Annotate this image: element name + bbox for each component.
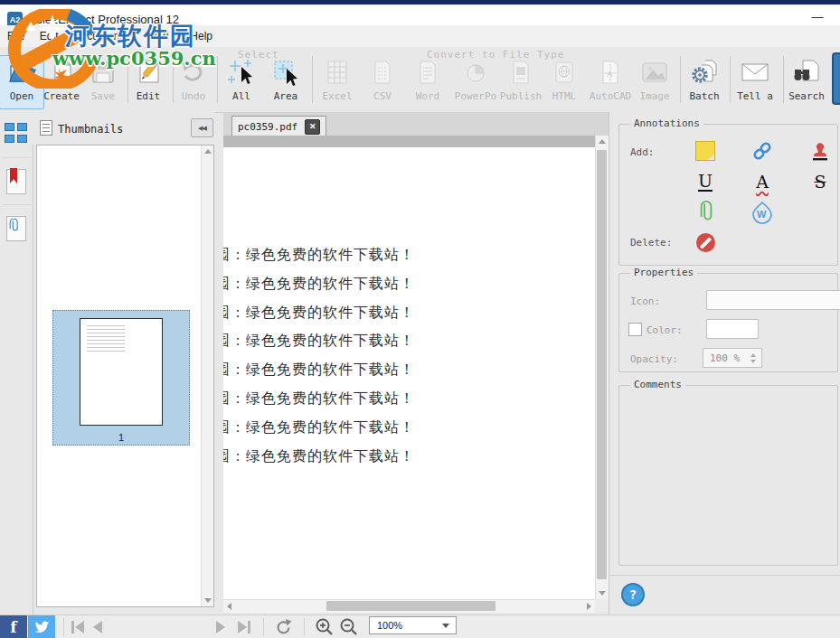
zoom-level-select[interactable]: 100%	[369, 616, 457, 634]
autocad-drawing-icon: A	[586, 56, 635, 89]
add-squiggly-button[interactable]: A	[750, 170, 774, 193]
toolbar-button-excel[interactable]: Excel	[316, 56, 359, 108]
toolbar-button-open[interactable]: Open	[0, 55, 44, 109]
squiggly-underline-icon: A	[756, 172, 769, 192]
save-floppy-icon	[81, 56, 125, 89]
attachments-tab[interactable]	[2, 204, 31, 252]
toolbar-button-edit[interactable]: Edit	[127, 56, 170, 108]
bookmark-icon	[6, 169, 26, 194]
delete-label: Delete:	[630, 237, 672, 249]
twitter-icon[interactable]	[28, 615, 55, 638]
batch-gear-icon	[683, 56, 726, 89]
thumbnails-list-icon	[40, 120, 52, 136]
csv-document-icon	[361, 56, 404, 89]
icon-select[interactable]	[706, 290, 840, 310]
sidebar-tab-strip	[0, 112, 33, 615]
menu-document[interactable]: Document	[68, 25, 128, 42]
annotations-group: Annotations Add: U A	[618, 124, 838, 266]
opacity-value: 100 %	[710, 352, 740, 364]
scroll-up-arrow[interactable]	[596, 136, 608, 147]
color-label: Color:	[647, 324, 683, 336]
close-tab-icon[interactable]: ✕	[305, 119, 320, 135]
document-tab-label: pc0359.pdf	[238, 121, 297, 133]
create-document-icon	[40, 56, 83, 89]
toolbar-overflow-button[interactable]	[832, 52, 840, 105]
opacity-spinner[interactable]: 100 %	[703, 348, 762, 368]
collapse-panel-button[interactable]: ◀◀	[191, 118, 213, 137]
toolbar-button-undo[interactable]: Undo	[172, 56, 215, 108]
add-strikeout-button[interactable]: S	[808, 170, 832, 193]
document-tab[interactable]: pc0359.pdf ✕	[231, 116, 326, 136]
undo-arrow-icon	[172, 56, 215, 89]
add-attachment-button[interactable]	[694, 201, 717, 224]
word-document-icon	[406, 56, 449, 89]
thumbnails-panel-title: Thumbnails	[58, 123, 123, 136]
toolbar-button-publisher[interactable]: Publish	[497, 56, 544, 108]
document-viewport[interactable]: 园：绿色免费的软件下载站！ 园：绿色免费的软件下载站！ 园：绿色免费的软件下载站…	[223, 136, 595, 599]
scroll-right-arrow[interactable]	[583, 600, 595, 612]
scrollbar-thumb[interactable]	[326, 601, 496, 611]
toolbar-button-powerpoint[interactable]: PowerPo	[450, 56, 501, 108]
scrollbar-thumb[interactable]	[597, 150, 607, 579]
color-checkbox[interactable]	[628, 323, 642, 336]
spinner-arrows-icon[interactable]	[750, 353, 758, 363]
menu-file[interactable]: File	[2, 25, 30, 42]
help-button[interactable]: ?	[621, 583, 645, 606]
scroll-down-arrow[interactable]	[596, 587, 608, 599]
toolbar-button-autocad[interactable]: A AutoCAD	[586, 56, 635, 108]
annotations-group-title: Annotations	[630, 117, 703, 129]
previous-page-button[interactable]	[90, 619, 105, 635]
toolbar-button-csv[interactable]: CSV	[361, 56, 404, 108]
facebook-icon[interactable]: f	[0, 615, 27, 638]
document-horizontal-scrollbar[interactable]	[223, 599, 595, 613]
add-underline-button[interactable]: U	[694, 170, 717, 193]
thumbnails-scrollbar[interactable]	[201, 145, 213, 606]
toolbar-button-tell-a-friend[interactable]: Tell a	[733, 56, 777, 108]
scroll-up-arrow[interactable]	[202, 145, 213, 157]
add-note-button[interactable]	[694, 139, 717, 163]
toolbar-button-select-area[interactable]: Area	[264, 56, 307, 108]
window-title: Able2Extract Professional 12	[28, 13, 179, 26]
scroll-left-arrow[interactable]	[223, 600, 235, 612]
menu-edit[interactable]: Edit	[34, 25, 64, 42]
strikeout-icon: S	[814, 172, 826, 192]
rotate-page-button[interactable]	[274, 619, 294, 635]
toolbar-button-batch[interactable]: Batch	[683, 56, 726, 108]
document-tab-bar: pc0359.pdf ✕	[223, 112, 609, 136]
sticky-note-icon	[695, 141, 715, 161]
add-watermark-button[interactable]: W	[750, 201, 774, 224]
pdf-text-line: 园：绿色免费的软件下载站！	[223, 240, 415, 269]
zoom-in-button[interactable]	[315, 619, 335, 635]
toolbar-button-image[interactable]: Image	[633, 56, 676, 108]
menu-help[interactable]: Help	[184, 25, 218, 42]
excel-grid-icon	[316, 56, 359, 89]
zoom-level-value: 100%	[377, 620, 402, 631]
scroll-down-arrow[interactable]	[202, 595, 213, 606]
menu-view[interactable]: View	[139, 25, 174, 42]
powerpoint-pie-icon	[450, 56, 501, 89]
toolbar-button-select-all[interactable]: All	[220, 56, 263, 108]
last-page-button[interactable]	[235, 619, 253, 635]
document-vertical-scrollbar[interactable]	[595, 136, 609, 599]
minimize-button[interactable]: —	[805, 10, 830, 26]
thumbnails-tab-icon[interactable]	[5, 123, 28, 143]
add-stamp-button[interactable]	[808, 139, 832, 163]
toolbar-button-create[interactable]: Create	[40, 56, 83, 108]
toolbar-button-search[interactable]: Search	[785, 56, 828, 108]
first-page-button[interactable]	[69, 619, 87, 635]
color-swatch[interactable]	[706, 319, 759, 339]
page-thumbnail-selected[interactable]: 1	[52, 310, 190, 446]
next-page-button[interactable]	[213, 619, 228, 635]
add-link-button[interactable]	[750, 139, 774, 163]
bookmarks-tab[interactable]	[2, 157, 31, 205]
pdf-page: 园：绿色免费的软件下载站！ 园：绿色免费的软件下载站！ 园：绿色免费的软件下载站…	[223, 147, 595, 599]
properties-group-title: Properties	[630, 267, 697, 278]
delete-annotation-button[interactable]	[694, 230, 717, 254]
toolbar-button-save[interactable]: Save	[81, 56, 125, 108]
toolbar-button-html[interactable]: HTML	[543, 56, 586, 108]
comments-group-title: Comments	[630, 379, 685, 390]
toolbar-button-word[interactable]: Word	[406, 56, 449, 108]
add-label: Add:	[630, 146, 655, 158]
paperclip-icon	[698, 201, 713, 224]
zoom-out-button[interactable]	[339, 619, 359, 635]
